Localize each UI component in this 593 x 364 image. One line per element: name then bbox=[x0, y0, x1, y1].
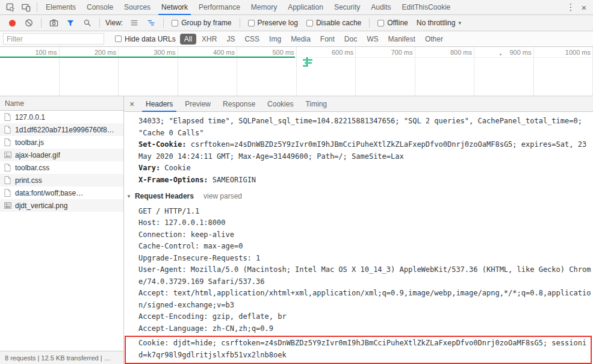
throttling-value: No throttling bbox=[417, 19, 456, 27]
request-raw-line: Accept: text/html,application/xhtml+xml,… bbox=[138, 288, 593, 311]
request-raw-line: Host: 127.0.0.1:8000 bbox=[138, 217, 593, 229]
filter-type-ws[interactable]: WS bbox=[362, 34, 382, 45]
view-label: View: bbox=[104, 19, 125, 27]
filter-type-doc[interactable]: Doc bbox=[340, 34, 361, 45]
header-value: Cookie bbox=[164, 164, 190, 172]
request-row[interactable]: toolbar.css bbox=[0, 161, 123, 174]
search-icon bbox=[83, 19, 92, 27]
request-details-panel: × Headers Preview Response Cookies Timin… bbox=[124, 96, 593, 364]
record-network-log-button[interactable] bbox=[4, 16, 20, 30]
show-overview-button[interactable] bbox=[143, 16, 159, 30]
request-row[interactable]: print.css bbox=[0, 174, 123, 187]
timeline-overview[interactable]: 100 ms 200 ms 300 ms 400 ms 500 ms 600 m… bbox=[0, 47, 593, 96]
request-name: 127.0.0.1 bbox=[15, 113, 45, 122]
capture-screenshots-button[interactable] bbox=[46, 16, 61, 30]
tab-performance[interactable]: Performance bbox=[193, 0, 246, 14]
request-name: 1d1df6220ab711e9996760f8… bbox=[15, 126, 114, 134]
header-name: X-Frame-Options: bbox=[138, 176, 208, 184]
device-toolbar-button[interactable] bbox=[18, 1, 34, 14]
tab-audits[interactable]: Audits bbox=[365, 0, 396, 14]
throttling-select[interactable]: No throttling▾ bbox=[413, 19, 465, 27]
request-raw-line: Cache-Control: max-age=0 bbox=[138, 241, 593, 253]
tab-elements[interactable]: Elements bbox=[40, 0, 81, 14]
tab-application[interactable]: Application bbox=[282, 0, 329, 14]
filter-type-css[interactable]: CSS bbox=[240, 34, 264, 45]
request-row[interactable]: data:font/woff;base… bbox=[0, 187, 123, 199]
timeline-tick: 700 ms bbox=[356, 47, 415, 96]
filter-type-img[interactable]: Img bbox=[265, 34, 285, 45]
list-rows-icon bbox=[130, 19, 138, 27]
devtools-window: Elements Console Sources Network Perform… bbox=[0, 0, 593, 364]
disclosure-triangle-icon: ▼ bbox=[126, 191, 131, 203]
tab-preview[interactable]: Preview bbox=[179, 96, 217, 111]
request-row[interactable]: 127.0.0.1 bbox=[0, 111, 123, 123]
waterfall-bar bbox=[303, 65, 308, 67]
request-row[interactable]: 1d1df6220ab711e9996760f8… bbox=[0, 123, 123, 136]
timeline-green-line bbox=[0, 57, 295, 58]
checkbox-icon bbox=[248, 20, 255, 26]
filter-type-font[interactable]: Font bbox=[316, 34, 339, 45]
close-details-icon[interactable]: × bbox=[124, 99, 140, 109]
funnel-icon bbox=[66, 19, 75, 27]
more-options-icon[interactable]: ⋮ bbox=[564, 2, 577, 13]
tab-console[interactable]: Console bbox=[81, 0, 119, 14]
filter-type-xhr[interactable]: XHR bbox=[197, 34, 221, 45]
network-main-area: Name 127.0.0.1 1d1df6220ab711e9996760f8…… bbox=[0, 96, 593, 364]
network-filter-bar: Hide data URLs All XHR JS CSS Img Media … bbox=[0, 31, 593, 47]
tab-timing[interactable]: Timing bbox=[299, 96, 333, 111]
request-headers-section-toggle[interactable]: ▼ Request Headers view parsed bbox=[126, 191, 593, 203]
inspect-cursor-icon bbox=[6, 3, 15, 12]
details-tabbar: × Headers Preview Response Cookies Timin… bbox=[124, 96, 593, 112]
tab-memory[interactable]: Memory bbox=[246, 0, 282, 14]
timeline-tick: 900 ms bbox=[474, 47, 534, 96]
tab-security[interactable]: Security bbox=[329, 0, 365, 14]
filter-toggle-button[interactable] bbox=[63, 16, 78, 30]
large-request-rows-button[interactable] bbox=[126, 16, 142, 30]
header-value: csrftoken=z4sDnWBZDz5Y9zIvr0mI9hJBmCciPu… bbox=[138, 140, 586, 161]
preserve-log-checkbox[interactable]: Preserve log bbox=[244, 19, 302, 27]
filter-type-other[interactable]: Other bbox=[421, 34, 447, 45]
name-column-header[interactable]: Name bbox=[0, 96, 123, 111]
tab-cookies[interactable]: Cookies bbox=[261, 96, 299, 111]
font-icon bbox=[4, 189, 11, 197]
filter-type-media[interactable]: Media bbox=[287, 34, 315, 45]
inspect-element-button[interactable] bbox=[2, 1, 18, 14]
filter-type-js[interactable]: JS bbox=[222, 34, 239, 45]
image-icon bbox=[4, 152, 11, 158]
hide-data-urls-checkbox[interactable]: Hide data URLs bbox=[111, 35, 179, 43]
tab-response[interactable]: Response bbox=[217, 96, 261, 111]
request-name: toolbar.js bbox=[15, 138, 44, 147]
disable-cache-checkbox[interactable]: Disable cache bbox=[303, 19, 365, 27]
group-by-frame-checkbox[interactable]: Group by frame bbox=[168, 19, 235, 27]
timeline-tick: 200 ms bbox=[60, 47, 119, 96]
request-row[interactable]: ajax-loader.gif bbox=[0, 149, 123, 161]
request-row[interactable]: djdt_vertical.png bbox=[0, 199, 123, 212]
tab-network[interactable]: Network bbox=[156, 0, 193, 14]
request-row[interactable]: toolbar.js bbox=[0, 136, 123, 149]
tab-sources[interactable]: Sources bbox=[119, 0, 156, 14]
header-name: Vary: bbox=[138, 164, 160, 172]
filter-type-manifest[interactable]: Manifest bbox=[384, 34, 420, 45]
clear-network-log-button[interactable] bbox=[21, 16, 37, 30]
chevron-down-icon: ▾ bbox=[458, 20, 461, 26]
device-toolbar-icon bbox=[22, 3, 31, 12]
tab-headers[interactable]: Headers bbox=[140, 96, 179, 111]
request-name: ajax-loader.gif bbox=[15, 151, 60, 159]
waterfall-bar bbox=[305, 62, 312, 64]
tab-editthiscookie[interactable]: EditThisCookie bbox=[397, 0, 456, 14]
request-raw-line: Connection: keep-alive bbox=[138, 229, 593, 241]
filter-input[interactable] bbox=[3, 33, 104, 45]
checkbox-icon bbox=[377, 20, 384, 26]
cookie-highlight-annotation: Cookie: djdt=hide; csrftoken=z4sDnWBZDz5… bbox=[125, 336, 592, 364]
headers-content: 34033; "Elapsed time", SQLPanel_sql_time… bbox=[124, 112, 593, 364]
filter-type-all[interactable]: All bbox=[180, 34, 196, 45]
response-header-value-overflow: 34033; "Elapsed time", SQLPanel_sql_time… bbox=[138, 116, 593, 139]
divider bbox=[163, 18, 164, 28]
checkbox-label: Preserve log bbox=[258, 19, 298, 27]
checkbox-icon bbox=[306, 20, 313, 26]
divider bbox=[369, 18, 370, 28]
offline-checkbox[interactable]: Offline bbox=[374, 19, 411, 27]
close-devtools-icon[interactable]: × bbox=[577, 2, 591, 13]
search-button[interactable] bbox=[79, 16, 95, 30]
view-parsed-link[interactable]: view parsed bbox=[203, 191, 242, 203]
